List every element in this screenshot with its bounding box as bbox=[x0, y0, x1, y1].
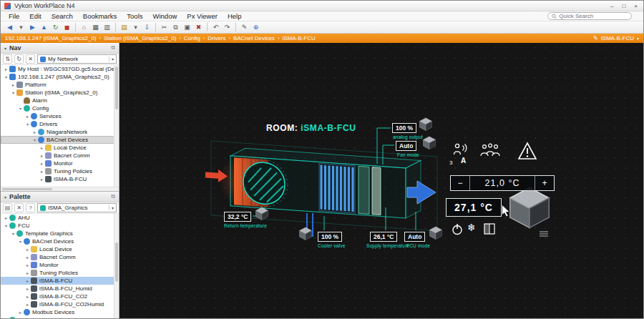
tree-item-ducts[interactable]: ▸Ducts bbox=[1, 316, 119, 318]
tree-item-drivers[interactable]: ▾Drivers bbox=[1, 120, 119, 128]
expander-icon[interactable]: ▾ bbox=[17, 239, 24, 244]
tree-item-my-host-wsgc937gd-gc5-local-demofromappoint[interactable]: ▸My Host : WSGC937GD.gc5.local (DemoFrom… bbox=[1, 65, 119, 73]
tree-item-modbus-devices[interactable]: ▸Modbus Devices bbox=[1, 308, 119, 316]
warning-icon[interactable] bbox=[517, 142, 537, 160]
chevron-down-icon[interactable]: ▾ bbox=[109, 57, 114, 62]
expander-icon[interactable]: ▸ bbox=[24, 278, 31, 283]
copy-icon[interactable]: ⧉ bbox=[170, 22, 181, 32]
tree-item-local-device[interactable]: ▸Local Device bbox=[1, 245, 119, 253]
nav-vertical-scrollbar[interactable] bbox=[114, 65, 119, 187]
expander-icon[interactable]: ▸ bbox=[24, 262, 31, 268]
views-dropdown-icon[interactable]: ▦ bbox=[90, 22, 101, 32]
palette-vertical-scrollbar[interactable] bbox=[114, 214, 119, 318]
tree-item-template-graphics[interactable]: ▾Template Graphics bbox=[1, 230, 119, 237]
expander-icon[interactable]: ▸ bbox=[10, 82, 16, 87]
palette-open-icon[interactable]: ▤ bbox=[3, 203, 12, 212]
expander-icon[interactable]: ▾ bbox=[10, 231, 16, 236]
tree-item-monitor[interactable]: ▸Monitor bbox=[1, 261, 119, 269]
tree-item-bacnet-comm[interactable]: ▸Bacnet Comm bbox=[1, 253, 119, 261]
expander-icon[interactable]: ▾ bbox=[31, 137, 38, 142]
tree-item-fcu[interactable]: ▾FCU bbox=[1, 222, 119, 230]
home-icon[interactable]: ⌂ bbox=[79, 22, 89, 32]
tree-item-192-168-1-247-isma-graphics2-0[interactable]: ▾192.168.1.247 (iSMA_Graphics2_0) bbox=[1, 73, 119, 81]
expander-icon[interactable]: ▸ bbox=[39, 177, 45, 182]
open-folder-icon[interactable]: ▤ bbox=[119, 22, 130, 32]
setpoint-decrease-button[interactable]: − bbox=[451, 176, 469, 190]
occupants-group-icon[interactable] bbox=[479, 143, 502, 157]
expander-icon[interactable]: ▸ bbox=[3, 318, 9, 318]
palette-help-icon[interactable]: ? bbox=[26, 203, 35, 212]
current-view-label[interactable]: iSMA-B-FCU bbox=[601, 35, 634, 41]
breadcrumb-station-isma-graphics2-0[interactable]: Station (iSMA_Graphics2_0) bbox=[104, 35, 176, 41]
tree-item-tuning-policies[interactable]: ▸Tuning Policies bbox=[1, 269, 119, 277]
save-icon[interactable]: ⇩ bbox=[142, 22, 152, 32]
minimize-button[interactable]: – bbox=[610, 3, 613, 9]
edit-mode-icon[interactable]: ✎ bbox=[239, 22, 250, 32]
web-browser-icon[interactable]: ⊕ bbox=[250, 22, 261, 32]
menu-help[interactable]: Help bbox=[223, 12, 247, 20]
tree-item-services[interactable]: ▸Services bbox=[1, 112, 119, 120]
tree-item-bacnet-comm[interactable]: ▸Bacnet Comm bbox=[1, 152, 119, 160]
nav-panel-header[interactable]: ▾ Nav ⧉ bbox=[1, 43, 119, 54]
tree-item-tuning-policies[interactable]: ▸Tuning Policies bbox=[1, 167, 119, 175]
undo-icon[interactable]: ↶ bbox=[210, 22, 221, 32]
collapse-caret-icon[interactable]: ▾ bbox=[4, 46, 6, 51]
expander-icon[interactable]: ▸ bbox=[24, 302, 31, 307]
tree-item-niagaranetwork[interactable]: ▸NiagaraNetwork bbox=[1, 128, 119, 136]
expander-icon[interactable]: ▾ bbox=[10, 90, 16, 95]
quick-search[interactable] bbox=[547, 12, 632, 20]
up-level-icon[interactable]: ▲ bbox=[39, 22, 49, 32]
nav-refresh-icon[interactable]: ↻ bbox=[14, 54, 24, 64]
edit-pencil-icon[interactable]: ✎ bbox=[593, 35, 598, 41]
open-dropdown-icon[interactable]: ▾ bbox=[130, 22, 141, 32]
refresh-icon[interactable]: ↻ bbox=[50, 22, 61, 32]
palette-selector[interactable]: iSMA_Graphics ▾ bbox=[37, 203, 117, 212]
power-icon[interactable] bbox=[452, 223, 463, 235]
quick-search-input[interactable] bbox=[559, 13, 628, 19]
menu-search[interactable]: Search bbox=[47, 12, 78, 20]
tree-item-bacnet-devices[interactable]: ▾BACnet Devices bbox=[1, 237, 119, 245]
tree-item-isma-b-fcu[interactable]: ▸iSMA-B-FCU bbox=[1, 277, 119, 285]
tree-item-alarm[interactable]: Alarm bbox=[1, 97, 119, 104]
menu-file[interactable]: File bbox=[4, 12, 24, 20]
tree-item-isma-b-fcu[interactable]: ▸iSMA-B-FCU bbox=[1, 175, 119, 183]
forward-icon[interactable]: ▶ bbox=[27, 22, 38, 32]
chevron-down-icon[interactable]: ▾ bbox=[109, 205, 114, 210]
expander-icon[interactable]: ▸ bbox=[39, 161, 45, 166]
px-viewer-canvas[interactable]: ROOM: iSMA-B-FCU 100 % analog output Aut… bbox=[119, 43, 643, 318]
tree-item-monitor[interactable]: ▸Monitor bbox=[1, 160, 119, 167]
expander-icon[interactable]: ▸ bbox=[24, 247, 31, 252]
redo-icon[interactable]: ↷ bbox=[222, 22, 233, 32]
occupancy-icon[interactable] bbox=[453, 143, 469, 156]
tree-item-config[interactable]: ▾Config bbox=[1, 104, 119, 112]
nav-horizontal-scrollbar[interactable] bbox=[1, 187, 119, 191]
collapse-caret-icon[interactable]: ▾ bbox=[4, 195, 6, 200]
tree-item-isma-b-fcu-humid[interactable]: ▸iSMA-B-FCU_Humid bbox=[1, 285, 119, 293]
tree-item-bacnet-devices[interactable]: ▾BACnet Devices bbox=[1, 136, 119, 144]
nav-close-icon[interactable]: ✕ bbox=[26, 54, 35, 64]
expander-icon[interactable]: ▸ bbox=[24, 114, 31, 119]
menu-tools[interactable]: Tools bbox=[122, 12, 147, 20]
window-blind-icon[interactable] bbox=[484, 223, 495, 235]
expander-icon[interactable]: ▾ bbox=[3, 74, 9, 79]
menu-bookmarks[interactable]: Bookmarks bbox=[78, 12, 122, 20]
menu-px-viewer[interactable]: Px Viewer bbox=[182, 12, 223, 20]
delete-icon[interactable]: ✖ bbox=[193, 22, 204, 32]
back-icon[interactable]: ◀ bbox=[4, 22, 15, 32]
view-dropdown-caret-icon[interactable]: ▾ bbox=[637, 36, 639, 41]
breadcrumb-config[interactable]: Config bbox=[184, 35, 200, 41]
close-button[interactable]: × bbox=[634, 3, 638, 9]
menu-window[interactable]: Window bbox=[148, 12, 182, 20]
breadcrumb-bacnet-devices[interactable]: BACnet Devices bbox=[233, 35, 275, 41]
expander-icon[interactable]: ▾ bbox=[24, 122, 31, 127]
expander-icon[interactable]: ▸ bbox=[24, 255, 31, 260]
back-history-dropdown-icon[interactable]: ▾ bbox=[16, 22, 26, 32]
paste-icon[interactable]: ▣ bbox=[182, 22, 192, 32]
tree-item-platform[interactable]: ▸Platform bbox=[1, 81, 119, 89]
breadcrumb-192-168-1-247-isma-graphics2-0[interactable]: 192.168.1.247 (iSMA_Graphics2_0) bbox=[5, 35, 97, 41]
expander-icon[interactable]: ▸ bbox=[39, 169, 45, 174]
tree-item-isma-b-fcu-co2humid[interactable]: ▸iSMA-B-FCU_CO2Humid bbox=[1, 300, 119, 308]
cut-icon[interactable]: ✂ bbox=[159, 22, 170, 32]
tree-item-isma-b-fcu-co2[interactable]: ▸iSMA-B-FCU_CO2 bbox=[1, 293, 119, 300]
expander-icon[interactable]: ▸ bbox=[24, 294, 31, 299]
